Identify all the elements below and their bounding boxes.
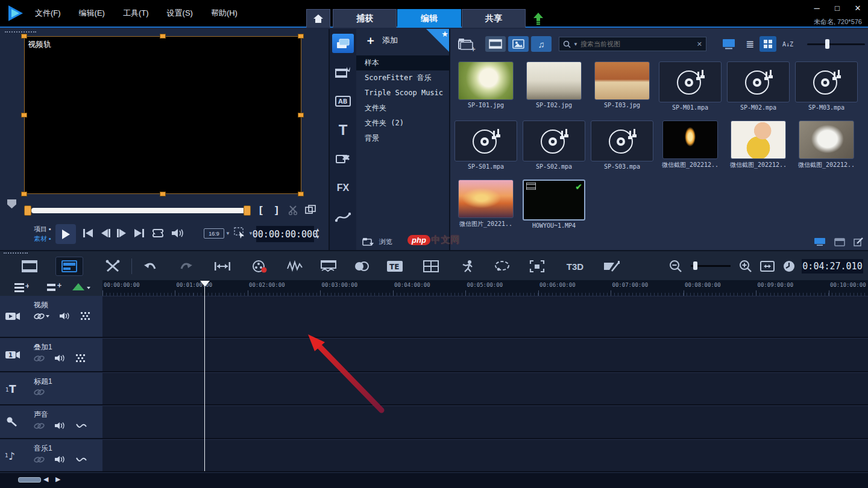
compact-panel-icon[interactable] [834,238,845,246]
play-button[interactable] [55,224,76,244]
trim-in-handle[interactable] [24,205,31,216]
link-icon[interactable] [34,422,45,430]
tools-button[interactable] [104,258,122,274]
preview-timecode[interactable]: 00:00:00:000 [256,226,314,242]
title-t-icon[interactable]: T [332,120,354,140]
link-dropdown-icon[interactable] [34,313,49,320]
track-header-标题1[interactable]: 1T标题1 [0,372,102,405]
redo-button[interactable] [177,258,195,274]
mosaic-icon[interactable] [81,312,90,320]
resize-handle[interactable] [21,34,27,39]
library-category[interactable]: 背景 [356,131,450,146]
graphics-icon[interactable] [332,149,354,169]
link-icon[interactable] [34,456,45,463]
menu-item[interactable]: 工具(T) [123,8,149,19]
mark-out-button[interactable]: ] [275,204,278,216]
import-media-icon[interactable]: + [458,36,476,52]
scrubber-pointer[interactable] [7,199,16,208]
transitions-icon[interactable] [332,63,354,82]
playhead-marker[interactable] [200,281,210,287]
prev-frame-button[interactable] [100,228,111,239]
repeat-button[interactable] [151,228,165,239]
browse-button[interactable]: 浏览 [362,237,392,246]
add-track-icon[interactable]: + [46,282,61,293]
media-item[interactable]: SP-M02.mpa [726,61,790,111]
clip-mode-toggle[interactable]: 素材 ▪ [34,234,51,243]
minimize-button[interactable]: ─ [813,4,821,13]
edit-pencil-icon[interactable] [854,237,863,246]
track-lane-叠加1[interactable] [102,338,868,372]
media-item[interactable]: SP-M01.mpa [658,61,722,111]
library-category[interactable]: Triple Scoop Music [356,86,450,101]
track-header-声音[interactable]: 声音 [0,405,102,439]
link-icon[interactable] [34,389,45,396]
speaker-icon[interactable] [60,312,71,320]
media-item[interactable]: ✔HOWYOU~1.MP4 [522,180,586,229]
track-lane-声音[interactable] [102,405,868,439]
media-item[interactable]: 微信截图_202212.. [658,120,722,169]
duration-clock-icon[interactable] [780,258,798,274]
multicam-button[interactable] [353,258,371,274]
motion-path-icon[interactable] [332,207,354,227]
resize-handle[interactable] [21,113,27,117]
tab-编辑[interactable]: 编辑 [397,9,461,28]
resize-handle[interactable] [21,192,27,196]
track-lane-视频[interactable] [102,296,868,338]
filter-video-button[interactable] [485,36,506,52]
mosaic-icon[interactable] [76,354,85,362]
go-start-button[interactable] [82,228,94,239]
project-mode-toggle[interactable]: 项目 ▪ [34,225,51,234]
upgrade-icon[interactable] [526,9,550,28]
speaker-icon[interactable] [55,354,66,362]
selection-tool-icon[interactable] [234,227,247,239]
trim-out-handle[interactable] [244,205,251,216]
track-lane-标题1[interactable] [102,372,868,405]
media-item[interactable]: SP-S01.mpa [454,120,518,170]
track-lane-音乐1[interactable] [102,439,868,472]
media-item[interactable]: SP-I02.jpg [522,61,586,108]
audio-filmstrip-button[interactable] [319,258,338,274]
title-ab-icon[interactable]: AB [332,92,354,111]
mask-lasso-button[interactable] [493,258,511,274]
maximize-button[interactable]: □ [833,4,841,13]
ripple-edit-icon[interactable] [72,282,90,293]
close-button[interactable]: ✕ [854,4,862,13]
scroll-left-icon[interactable]: ◀ [43,475,48,483]
go-end-button[interactable] [133,228,145,239]
sound-mixer-button[interactable] [286,258,304,274]
track-header-视频[interactable]: 视频 [0,296,102,338]
motion-tracking-button[interactable] [459,258,477,274]
library-category[interactable]: 样本 [356,55,450,70]
record-capture-button[interactable] [251,258,269,274]
undo-button[interactable] [141,258,159,274]
list-view-button[interactable]: ≣ [741,36,758,52]
face-tracker-button[interactable] [528,258,546,274]
menu-item[interactable]: 编辑(E) [79,8,105,19]
next-frame-button[interactable] [116,228,127,239]
library-monitor-icon[interactable] [814,237,826,246]
thumb-size-slider[interactable] [807,43,865,45]
scrollbar-thumb[interactable] [18,477,41,483]
zoom-out-button[interactable] [667,258,685,274]
aspect-caret-icon[interactable]: ▼ [225,231,230,236]
speaker-icon[interactable] [55,422,66,430]
resize-handle[interactable] [160,34,166,39]
home-tab[interactable] [306,9,330,28]
aspect-ratio-selector[interactable]: 16:9 [204,228,224,239]
resize-handle[interactable] [298,192,304,196]
timecode-spinner[interactable]: ▲▼ [315,227,320,241]
filter-photo-button[interactable] [508,36,529,52]
menu-item[interactable]: 文件(F) [35,8,61,19]
media-item[interactable]: 微信图片_20221.. [454,180,518,228]
sort-az-button[interactable]: A↓Z [779,36,796,52]
split-screen-template-button[interactable] [422,258,440,274]
resize-handle[interactable] [298,34,304,39]
search-input[interactable] [580,40,694,48]
split-clip-icon[interactable] [288,205,299,215]
library-category[interactable]: ScoreFitter 音乐 [356,70,450,86]
media-item[interactable]: SP-I03.jpg [590,61,654,108]
media-item[interactable]: SP-S03.mpa [590,120,654,170]
resize-handle[interactable] [160,192,166,196]
tab-共享[interactable]: 共享 [462,9,526,28]
library-category[interactable]: 文件夹 (2) [356,116,450,131]
